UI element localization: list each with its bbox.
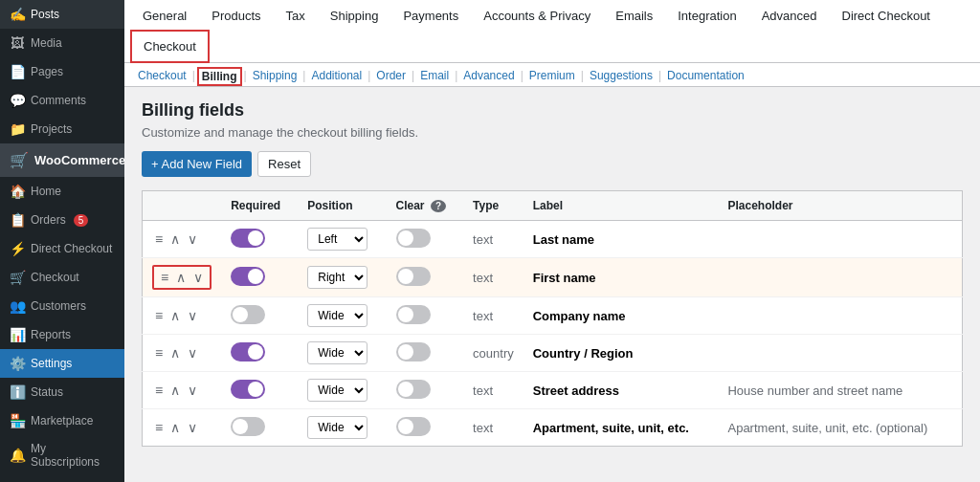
required-toggle[interactable]: [231, 380, 265, 399]
subtab-sep-3: |: [301, 67, 307, 86]
move-down-icon[interactable]: ∨: [185, 344, 200, 362]
placeholder-cell: Apartment, suite, unit, etc. (optional): [718, 409, 962, 447]
sidebar-item-reports[interactable]: 📊 Reports: [0, 320, 124, 349]
orders-icon: 📋: [10, 212, 25, 228]
required-toggle[interactable]: [231, 342, 265, 362]
type-cell: country: [463, 335, 523, 372]
tab-shipping[interactable]: Shipping: [318, 0, 391, 31]
position-select[interactable]: Left Right Wide: [307, 266, 368, 289]
subtab-email[interactable]: Email: [416, 67, 453, 86]
clear-help-icon: ?: [431, 200, 446, 212]
required-cell: [221, 409, 298, 447]
row-controls: ≡ ∧ ∨: [152, 382, 212, 399]
sidebar-item-checkout[interactable]: 🛒 Checkout: [0, 263, 124, 292]
required-toggle[interactable]: [231, 305, 265, 324]
sidebar-item-settings[interactable]: ⚙️ Settings: [0, 349, 124, 378]
move-up-icon[interactable]: ∧: [167, 344, 183, 362]
tab-integration[interactable]: Integration: [665, 0, 748, 31]
sidebar-item-comments[interactable]: 💬 Comments: [0, 86, 124, 115]
subtab-suggestions[interactable]: Suggestions: [586, 67, 657, 86]
customers-icon: 👥: [10, 298, 25, 314]
clear-toggle[interactable]: [396, 267, 431, 286]
move-up-icon[interactable]: ∧: [167, 230, 183, 248]
tab-payments[interactable]: Payments: [390, 0, 471, 31]
media-icon: 🖼: [10, 35, 25, 51]
drag-handle-icon[interactable]: ≡: [152, 230, 166, 248]
sidebar-item-customers[interactable]: 👥 Customers: [0, 292, 124, 320]
sidebar-item-marketplace[interactable]: 🏪 Marketplace: [0, 406, 124, 435]
clear-toggle[interactable]: [396, 229, 431, 248]
add-field-button[interactable]: + Add New Field: [142, 151, 252, 177]
position-select[interactable]: Left Right Wide: [307, 228, 368, 251]
move-up-icon[interactable]: ∧: [167, 382, 183, 399]
sidebar-item-status[interactable]: ℹ️ Status: [0, 378, 124, 406]
clear-toggle[interactable]: [396, 417, 431, 436]
subtab-premium[interactable]: Premium: [525, 67, 579, 86]
tab-emails[interactable]: Emails: [603, 0, 665, 31]
subtab-sep-6: |: [453, 67, 459, 86]
table-row: ≡ ∧ ∨ Left Right Wide country Country / …: [143, 335, 963, 372]
subtab-documentation[interactable]: Documentation: [663, 67, 748, 86]
sidebar-item-posts[interactable]: ✍ Posts: [0, 0, 124, 29]
type-cell: text: [463, 409, 523, 447]
tab-tax[interactable]: Tax: [274, 0, 318, 31]
move-down-icon[interactable]: ∨: [185, 230, 200, 248]
sidebar-item-media[interactable]: 🖼 Media: [0, 29, 124, 57]
sidebar-item-projects[interactable]: 📁 Projects: [0, 115, 124, 143]
position-select[interactable]: Left Right Wide: [307, 379, 368, 402]
move-up-icon[interactable]: ∧: [173, 269, 189, 286]
sidebar-item-products[interactable]: 📦 Products: [0, 475, 124, 482]
subtab-additional[interactable]: Additional: [307, 67, 366, 86]
drag-handle-icon[interactable]: ≡: [158, 269, 171, 286]
reset-button[interactable]: Reset: [257, 151, 311, 177]
table-row: ≡ ∧ ∨ Left Right Wide text Street addres…: [143, 372, 963, 409]
tab-general[interactable]: General: [130, 0, 199, 31]
clear-toggle[interactable]: [396, 342, 431, 362]
woocommerce-brand[interactable]: 🛒 WooCommerce: [0, 143, 124, 177]
move-down-icon[interactable]: ∨: [185, 419, 200, 436]
tab-direct-checkout[interactable]: Direct Checkout: [830, 0, 943, 31]
drag-handle-icon[interactable]: ≡: [152, 307, 166, 324]
required-cell: [221, 372, 298, 409]
subtab-order[interactable]: Order: [372, 67, 410, 86]
sidebar-item-direct-checkout[interactable]: ⚡ Direct Checkout: [0, 234, 124, 263]
clear-toggle[interactable]: [396, 380, 431, 399]
sidebar-item-label: Home: [31, 185, 61, 198]
position-select[interactable]: Left Right Wide: [307, 416, 368, 439]
subtab-checkout[interactable]: Checkout: [134, 67, 190, 86]
clear-toggle[interactable]: [396, 305, 431, 324]
sidebar-item-home[interactable]: 🏠 Home: [0, 177, 124, 206]
subtab-sep-9: |: [657, 67, 663, 86]
required-toggle[interactable]: [231, 229, 265, 248]
position-select[interactable]: Left Right Wide: [307, 341, 368, 364]
subtab-billing[interactable]: Billing: [197, 67, 242, 86]
required-toggle[interactable]: [231, 267, 265, 286]
position-select[interactable]: Left Right Wide: [307, 304, 368, 327]
move-down-icon[interactable]: ∨: [190, 269, 206, 286]
position-cell: Left Right Wide: [298, 221, 386, 258]
position-cell: Left Right Wide: [298, 258, 386, 297]
sidebar-item-my-subscriptions[interactable]: 🔔 My Subscriptions: [0, 435, 124, 475]
sidebar-item-orders[interactable]: 📋 Orders 5: [0, 206, 124, 234]
tab-checkout[interactable]: Checkout: [130, 30, 210, 63]
row-controls-cell: ≡ ∧ ∨: [143, 409, 222, 447]
subtab-advanced[interactable]: Advanced: [459, 67, 518, 86]
tab-products[interactable]: Products: [199, 0, 273, 31]
projects-icon: 📁: [10, 121, 25, 137]
fields-table: Required Position Clear ? Type Label Pla…: [142, 190, 963, 447]
sidebar-item-pages[interactable]: 📄 Pages: [0, 57, 124, 86]
move-up-icon[interactable]: ∧: [167, 419, 183, 436]
drag-handle-icon[interactable]: ≡: [152, 344, 166, 362]
move-down-icon[interactable]: ∨: [185, 382, 200, 399]
required-toggle[interactable]: [231, 417, 265, 436]
move-up-icon[interactable]: ∧: [167, 307, 183, 324]
tab-accounts-privacy[interactable]: Accounts & Privacy: [471, 0, 603, 31]
tab-advanced[interactable]: Advanced: [749, 0, 830, 31]
row-controls-cell: ≡ ∧ ∨: [143, 372, 222, 409]
drag-handle-icon[interactable]: ≡: [152, 419, 166, 436]
move-down-icon[interactable]: ∨: [185, 307, 200, 324]
table-row: ≡ ∧ ∨ Left Right Wide text First name: [143, 258, 963, 297]
drag-handle-icon[interactable]: ≡: [152, 382, 166, 399]
row-controls-cell: ≡ ∧ ∨: [143, 258, 222, 297]
subtab-shipping[interactable]: Shipping: [249, 67, 301, 86]
